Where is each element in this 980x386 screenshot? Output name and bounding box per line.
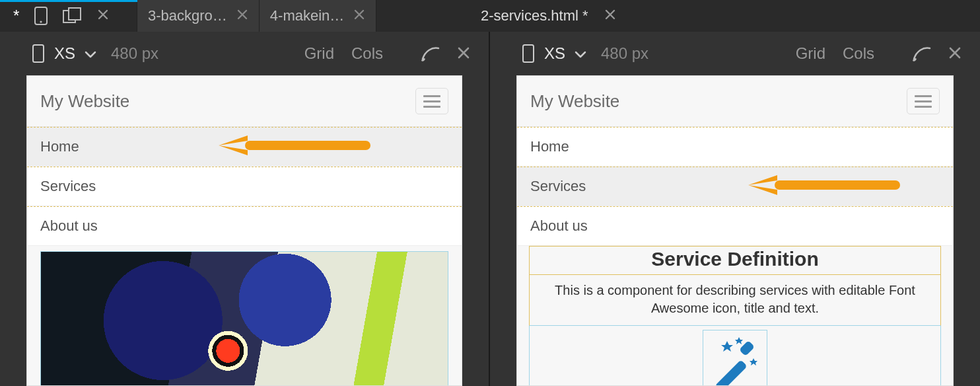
svg-rect-11 bbox=[775, 180, 900, 190]
site-title: My Website bbox=[530, 91, 619, 112]
annotation-arrow bbox=[219, 134, 370, 157]
hamburger-menu[interactable] bbox=[907, 88, 940, 114]
close-icon[interactable] bbox=[604, 7, 616, 24]
chevron-down-icon[interactable] bbox=[85, 44, 96, 63]
preview-toolbar: XS 480 px Grid Cols bbox=[0, 32, 489, 75]
tab-label: 4-makein… bbox=[270, 7, 344, 24]
nav-label: About us bbox=[530, 217, 588, 234]
nav-list: Home Services About us bbox=[517, 127, 953, 246]
brush-icon[interactable] bbox=[910, 44, 934, 63]
nav-list: Home Services About us bbox=[27, 127, 462, 246]
tab-label: 3-backgro… bbox=[148, 7, 227, 24]
preview-viewport: My Website Home Services About us Servic… bbox=[516, 75, 954, 386]
nav-item-services[interactable]: Services bbox=[27, 167, 462, 206]
site-header: My Website bbox=[27, 76, 462, 127]
preview-pane-left: XS 480 px Grid Cols My Website Home bbox=[0, 32, 490, 386]
tab-2-services[interactable]: 2-services.html * bbox=[470, 0, 627, 32]
tab-4-makein[interactable]: 4-makein… bbox=[260, 0, 376, 32]
annotation-arrow bbox=[748, 174, 900, 196]
nav-item-services[interactable]: Services bbox=[517, 167, 953, 206]
close-icon[interactable] bbox=[457, 44, 470, 64]
brush-icon[interactable] bbox=[419, 44, 442, 63]
phone-icon bbox=[34, 6, 48, 26]
service-icon-row bbox=[529, 326, 941, 386]
nav-label: Services bbox=[530, 178, 586, 194]
cols-toggle[interactable]: Cols bbox=[351, 44, 383, 63]
modified-asterisk: * bbox=[13, 7, 19, 25]
svg-rect-13 bbox=[739, 340, 755, 356]
grid-toggle[interactable]: Grid bbox=[796, 44, 825, 63]
close-icon[interactable] bbox=[97, 7, 109, 24]
multi-window-icon bbox=[63, 7, 83, 24]
svg-rect-12 bbox=[715, 360, 747, 386]
editor-tab-strip: * 3-backgro… 4-makein… 2-services.html * bbox=[0, 0, 980, 32]
nav-item-home[interactable]: Home bbox=[517, 127, 953, 167]
phone-icon bbox=[32, 44, 45, 63]
nav-item-home[interactable]: Home bbox=[27, 127, 462, 167]
breakpoint-label[interactable]: XS bbox=[544, 44, 565, 63]
preview-toolbar: XS 480 px Grid Cols bbox=[490, 32, 980, 75]
svg-rect-7 bbox=[245, 141, 370, 150]
tab-3-background[interactable]: 3-backgro… bbox=[137, 0, 260, 32]
svg-point-1 bbox=[40, 20, 42, 22]
svg-marker-5 bbox=[219, 135, 248, 145]
svg-marker-15 bbox=[735, 337, 743, 344]
svg-rect-8 bbox=[523, 45, 534, 62]
service-description: This is a component for describing servi… bbox=[530, 275, 940, 325]
phone-icon bbox=[522, 44, 535, 63]
nav-label: Home bbox=[40, 138, 79, 155]
viewport-width: 480 px bbox=[111, 44, 158, 63]
nav-label: About us bbox=[40, 217, 98, 234]
grid-toggle[interactable]: Grid bbox=[304, 44, 334, 63]
svg-marker-16 bbox=[750, 358, 757, 366]
svg-rect-4 bbox=[33, 45, 44, 62]
cols-toggle[interactable]: Cols bbox=[843, 44, 874, 63]
tab-label: 2-services.html * bbox=[481, 7, 588, 24]
nav-item-about[interactable]: About us bbox=[27, 206, 462, 246]
svg-marker-10 bbox=[748, 185, 777, 195]
svg-rect-3 bbox=[69, 8, 81, 20]
viewport-width: 480 px bbox=[601, 44, 648, 63]
active-tab-indicator bbox=[0, 0, 137, 2]
site-header: My Website bbox=[517, 76, 953, 127]
breakpoint-label[interactable]: XS bbox=[54, 44, 75, 63]
svg-marker-6 bbox=[219, 145, 248, 155]
svg-marker-9 bbox=[748, 175, 777, 185]
site-title: My Website bbox=[40, 91, 129, 112]
chevron-down-icon[interactable] bbox=[575, 44, 586, 63]
hamburger-menu[interactable] bbox=[415, 88, 448, 114]
magic-wand-icon[interactable] bbox=[703, 330, 767, 386]
service-heading: Service Definition bbox=[530, 247, 940, 275]
nav-label: Home bbox=[530, 138, 569, 155]
preview-viewport: My Website Home Services About us bbox=[26, 75, 462, 386]
close-icon[interactable] bbox=[353, 7, 365, 24]
nav-item-about[interactable]: About us bbox=[517, 206, 953, 246]
tab-current-file[interactable]: * bbox=[0, 0, 137, 32]
hero-image[interactable] bbox=[40, 251, 448, 386]
nav-label: Services bbox=[40, 178, 96, 194]
close-icon[interactable] bbox=[948, 44, 962, 64]
service-definition-block[interactable]: Service Definition This is a component f… bbox=[529, 246, 941, 326]
preview-pane-right: XS 480 px Grid Cols My Website Home bbox=[490, 32, 980, 386]
close-icon[interactable] bbox=[236, 7, 248, 24]
svg-marker-14 bbox=[721, 341, 733, 352]
